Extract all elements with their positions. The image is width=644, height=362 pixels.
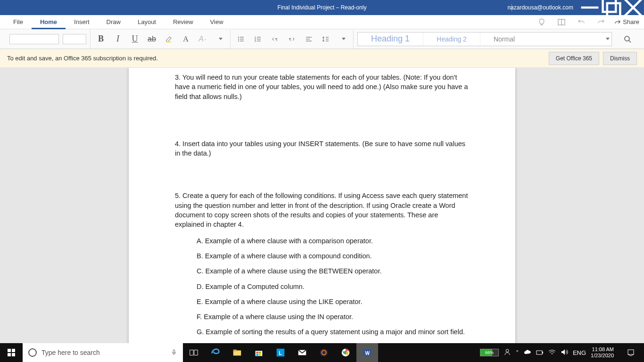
share-label: Share (623, 18, 639, 25)
outdent-button[interactable]: ¶ (268, 33, 281, 46)
tab-insert[interactable]: Insert (66, 15, 98, 29)
svg-rect-31 (8, 349, 11, 352)
find-button[interactable] (620, 32, 635, 46)
italic-button[interactable]: I (111, 33, 124, 46)
svg-text:3: 3 (255, 40, 256, 42)
svg-point-11 (238, 39, 239, 40)
taskbar-search[interactable]: Type here to search (23, 343, 183, 362)
minimize-button[interactable] (579, 0, 601, 15)
tab-home[interactable]: Home (32, 15, 66, 29)
svg-rect-39 (233, 350, 237, 352)
window-titlebar: Final Individual Project – Read-only naz… (0, 0, 644, 15)
app-l-icon[interactable]: L (270, 343, 291, 362)
paragraph-3: 3. You will need to run your create tabl… (175, 73, 469, 101)
bold-button[interactable]: B (94, 33, 107, 46)
clock[interactable]: 11:08 AM 1/23/2020 (591, 346, 617, 359)
close-button[interactable] (622, 0, 644, 15)
cortana-icon (28, 348, 37, 357)
svg-rect-1 (603, 0, 616, 12)
svg-text:¶: ¶ (275, 37, 277, 41)
ribbon-tab-row: File Home Insert Draw Layout Review View… (0, 15, 644, 29)
subscription-banner: To edit and save, an Office 365 subscrip… (0, 49, 644, 68)
document-page: 3. You will need to run your create tabl… (129, 68, 515, 343)
svg-line-30 (629, 41, 631, 42)
svg-rect-33 (8, 353, 11, 356)
svg-rect-42 (259, 352, 261, 354)
more-paragraph-dropdown[interactable] (336, 33, 349, 46)
highlight-button[interactable] (162, 33, 175, 46)
styles-dropdown[interactable] (602, 38, 611, 40)
svg-rect-41 (256, 352, 259, 354)
strikethrough-button[interactable]: ab (145, 33, 158, 46)
svg-rect-56 (542, 352, 543, 354)
clear-formatting-button[interactable]: A⌄ (196, 33, 209, 46)
style-heading1[interactable]: Heading 1 (358, 33, 423, 46)
svg-point-48 (320, 349, 328, 357)
battery-indicator[interactable]: 66% (480, 349, 499, 356)
power-icon[interactable] (536, 349, 544, 356)
underline-button[interactable]: U (128, 33, 141, 46)
more-formatting-dropdown[interactable] (213, 33, 226, 46)
align-button[interactable] (302, 33, 315, 46)
svg-rect-36 (190, 350, 193, 355)
chrome-icon[interactable] (335, 343, 356, 362)
indent-button[interactable]: ¶ (285, 33, 298, 46)
pane-icon[interactable] (555, 16, 568, 29)
language-indicator[interactable]: ENG (573, 349, 586, 356)
volume-icon[interactable] (561, 349, 568, 357)
tab-draw[interactable]: Draw (98, 15, 129, 29)
store-icon[interactable] (248, 343, 270, 362)
windows-taskbar: Type here to search L W 66% ˄ (0, 343, 644, 362)
sub-g: G. Example of sorting the results of a q… (175, 327, 469, 337)
edge-icon[interactable] (205, 343, 226, 362)
svg-rect-32 (12, 349, 15, 352)
share-button[interactable]: Share (614, 18, 639, 25)
svg-point-29 (625, 36, 629, 41)
svg-point-9 (238, 37, 239, 38)
svg-text:W: W (365, 351, 370, 356)
redo-icon[interactable] (594, 16, 608, 29)
numbered-list-button[interactable]: 123 (251, 33, 264, 46)
people-icon[interactable] (504, 348, 511, 357)
mic-icon[interactable] (171, 349, 177, 357)
tab-file[interactable]: File (5, 15, 32, 29)
font-size-select[interactable] (63, 34, 86, 44)
paragraph-5: 5. Create a query for each of the follow… (175, 191, 469, 229)
file-explorer-icon[interactable] (226, 343, 248, 362)
start-button[interactable] (0, 343, 23, 362)
notifications-icon[interactable] (621, 343, 640, 362)
svg-rect-37 (194, 350, 198, 355)
tab-view[interactable]: View (202, 15, 232, 29)
mail-icon[interactable] (291, 343, 313, 362)
undo-icon[interactable] (575, 16, 588, 29)
svg-rect-43 (256, 354, 259, 356)
clock-date: 1/23/2020 (591, 353, 614, 359)
svg-rect-2 (607, 3, 620, 16)
style-normal[interactable]: Normal (480, 33, 602, 46)
tray-chevron-icon[interactable]: ˄ (516, 349, 519, 356)
browser-icon[interactable] (313, 343, 335, 362)
word-icon[interactable]: W (356, 343, 378, 362)
tab-layout[interactable]: Layout (129, 15, 165, 29)
svg-text:L: L (279, 350, 282, 356)
svg-point-13 (238, 41, 239, 41)
styles-gallery[interactable]: Heading 1 Heading 2 Normal (357, 32, 612, 46)
line-spacing-button[interactable] (319, 33, 332, 46)
sub-c: C. Example of a where clause using the B… (175, 266, 469, 276)
font-color-button[interactable]: A (179, 33, 192, 46)
banner-message: To edit and save, an Office 365 subscrip… (7, 55, 158, 62)
lightbulb-icon[interactable] (535, 16, 548, 29)
get-office-button[interactable]: Get Office 365 (549, 52, 599, 65)
account-email[interactable]: nazardousa@outlook.com (507, 4, 573, 11)
onedrive-icon[interactable] (524, 349, 531, 356)
font-family-select[interactable] (9, 34, 59, 44)
tab-review[interactable]: Review (165, 15, 202, 29)
bullet-list-button[interactable] (234, 33, 248, 46)
task-view-icon[interactable] (183, 343, 205, 362)
document-scroll-area[interactable]: 3. You will need to run your create tabl… (0, 68, 644, 343)
style-heading2[interactable]: Heading 2 (423, 33, 480, 46)
dismiss-banner-button[interactable]: Dismiss (603, 52, 637, 65)
maximize-button[interactable] (601, 0, 622, 15)
wifi-icon[interactable] (548, 349, 556, 356)
sub-a: A. Example of a where clause with a comp… (175, 236, 469, 246)
